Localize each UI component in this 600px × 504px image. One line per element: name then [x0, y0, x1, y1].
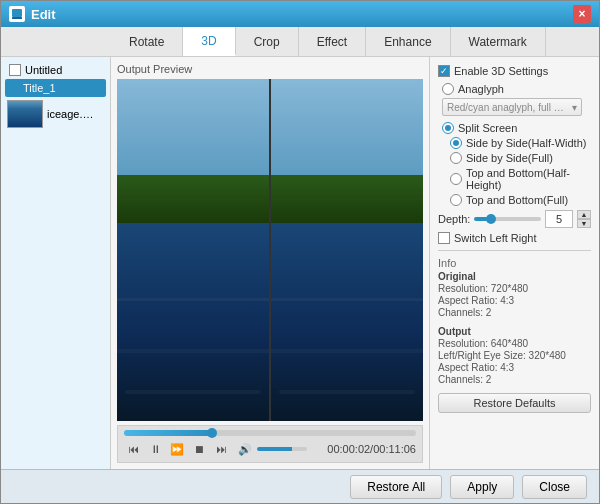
- split-screen-row[interactable]: Split Screen: [442, 122, 591, 134]
- time-display: 00:00:02/00:11:06: [327, 443, 416, 455]
- sidebar-title-label: Title_1: [9, 82, 56, 94]
- anaglyph-radio[interactable]: [442, 83, 454, 95]
- switch-left-right-label: Switch Left Right: [454, 232, 537, 244]
- side-by-side-full-radio[interactable]: [450, 152, 462, 164]
- volume-icon[interactable]: 🔊: [236, 440, 254, 458]
- output-aspect: Aspect Ratio: 4:3: [438, 362, 591, 373]
- split-screen-radio[interactable]: [442, 122, 454, 134]
- tab-watermark[interactable]: Watermark: [451, 27, 546, 56]
- seek-bar-container[interactable]: [124, 430, 416, 436]
- original-label: Original: [438, 271, 591, 282]
- switch-left-right-row[interactable]: Switch Left Right: [438, 232, 591, 244]
- main-content: Untitled Title_1 iceage.mp4 Output Previ…: [1, 57, 599, 469]
- volume-area: 🔊: [236, 440, 307, 458]
- top-bottom-half-row[interactable]: Top and Bottom(Half-Height): [450, 167, 591, 191]
- side-by-side-half-radio[interactable]: [450, 137, 462, 149]
- anaglyph-dropdown[interactable]: Red/cyan anaglyph, full color ▾: [442, 98, 582, 116]
- original-aspect: Aspect Ratio: 4:3: [438, 295, 591, 306]
- enable-3d-checkbox[interactable]: [438, 65, 450, 77]
- playback-bar: ⏮ ⏸ ⏩ ⏹ ⏭ 🔊 00:00:02/00:11:06: [117, 425, 423, 463]
- title-bar-left: Edit: [9, 6, 56, 22]
- anaglyph-label: Anaglyph: [458, 83, 504, 95]
- tabs-bar: Rotate 3D Crop Effect Enhance Watermark: [1, 27, 599, 57]
- output-label: Output: [438, 326, 591, 337]
- info-section: Info Original Resolution: 720*480 Aspect…: [438, 257, 591, 385]
- video-left: [117, 79, 269, 421]
- depth-row: Depth: 5 ▲ ▼: [438, 210, 591, 228]
- top-bottom-full-radio[interactable]: [450, 194, 462, 206]
- depth-thumb: [486, 214, 496, 224]
- side-by-side-half-row[interactable]: Side by Side(Half-Width): [450, 137, 591, 149]
- app-icon: [9, 6, 25, 22]
- seek-thumb: [207, 428, 217, 438]
- depth-slider-container[interactable]: [474, 211, 541, 227]
- side-by-side-half-label: Side by Side(Half-Width): [466, 137, 586, 149]
- depth-slider[interactable]: [474, 217, 541, 221]
- apply-button[interactable]: Apply: [450, 475, 514, 499]
- edit-window: Edit × Rotate 3D Crop Effect Enhance Wat…: [0, 0, 600, 504]
- depth-label: Depth:: [438, 213, 470, 225]
- video-right: [271, 79, 423, 421]
- top-bottom-full-label: Top and Bottom(Full): [466, 194, 568, 206]
- anaglyph-row[interactable]: Anaglyph: [442, 83, 591, 95]
- sidebar-item-untitled[interactable]: Untitled: [5, 61, 106, 79]
- svg-rect-1: [12, 17, 22, 19]
- switch-left-right-checkbox[interactable]: [438, 232, 450, 244]
- window-title: Edit: [31, 7, 56, 22]
- controls-row: ⏮ ⏸ ⏩ ⏹ ⏭ 🔊 00:00:02/00:11:06: [124, 440, 416, 458]
- center-panel: Output Preview: [111, 57, 429, 469]
- preview-label: Output Preview: [117, 63, 423, 75]
- split-screen-label: Split Screen: [458, 122, 517, 134]
- output-eye-size: Left/Right Eye Size: 320*480: [438, 350, 591, 361]
- seek-bar[interactable]: [124, 430, 416, 436]
- next-button[interactable]: ⏭: [212, 440, 230, 458]
- top-bottom-full-row[interactable]: Top and Bottom(Full): [450, 194, 591, 206]
- sidebar-item-title1[interactable]: Title_1: [5, 79, 106, 97]
- tab-crop[interactable]: Crop: [236, 27, 299, 56]
- restore-defaults-button[interactable]: Restore Defaults: [438, 393, 591, 413]
- restore-all-button[interactable]: Restore All: [350, 475, 442, 499]
- output-resolution: Resolution: 640*480: [438, 338, 591, 349]
- top-bottom-half-radio[interactable]: [450, 173, 462, 185]
- anaglyph-dropdown-value: Red/cyan anaglyph, full color: [447, 102, 565, 113]
- original-channels: Channels: 2: [438, 307, 591, 318]
- tab-rotate[interactable]: Rotate: [111, 27, 183, 56]
- info-title: Info: [438, 257, 591, 269]
- original-resolution: Resolution: 720*480: [438, 283, 591, 294]
- close-button[interactable]: ×: [573, 5, 591, 23]
- title-bar: Edit ×: [1, 1, 599, 27]
- play-pause-button[interactable]: ⏸: [146, 440, 164, 458]
- depth-down-button[interactable]: ▼: [577, 219, 591, 228]
- right-panel: Enable 3D Settings Anaglyph Red/cyan ana…: [429, 57, 599, 469]
- enable-3d-row[interactable]: Enable 3D Settings: [438, 65, 591, 77]
- side-by-side-full-row[interactable]: Side by Side(Full): [450, 152, 591, 164]
- depth-value[interactable]: 5: [545, 210, 573, 228]
- dropdown-arrow-icon: ▾: [572, 102, 577, 113]
- tab-effect[interactable]: Effect: [299, 27, 366, 56]
- seek-fill: [124, 430, 212, 436]
- fast-forward-button[interactable]: ⏩: [168, 440, 186, 458]
- tab-3d[interactable]: 3D: [183, 27, 235, 56]
- svg-rect-0: [12, 9, 22, 17]
- stop-button[interactable]: ⏹: [190, 440, 208, 458]
- enable-3d-label: Enable 3D Settings: [454, 65, 548, 77]
- divider-1: [438, 250, 591, 251]
- tab-enhance[interactable]: Enhance: [366, 27, 450, 56]
- sidebar-file-label: iceage.mp4: [47, 108, 102, 120]
- sidebar-untitled-label: Untitled: [25, 64, 62, 76]
- sidebar-check: [9, 64, 21, 76]
- top-bottom-half-label: Top and Bottom(Half-Height): [466, 167, 591, 191]
- volume-slider[interactable]: [257, 447, 307, 451]
- video-preview: [117, 79, 423, 421]
- info-output: Output Resolution: 640*480 Left/Right Ey…: [438, 326, 591, 385]
- close-dialog-button[interactable]: Close: [522, 475, 587, 499]
- rewind-button[interactable]: ⏮: [124, 440, 142, 458]
- sidebar-item-file[interactable]: iceage.mp4: [5, 97, 106, 131]
- output-channels: Channels: 2: [438, 374, 591, 385]
- bottom-bar: Restore All Apply Close: [1, 469, 599, 503]
- side-by-side-full-label: Side by Side(Full): [466, 152, 553, 164]
- split-options: Side by Side(Half-Width) Side by Side(Fu…: [446, 137, 591, 206]
- depth-up-button[interactable]: ▲: [577, 210, 591, 219]
- sidebar: Untitled Title_1 iceage.mp4: [1, 57, 111, 469]
- depth-spinbox: ▲ ▼: [577, 210, 591, 228]
